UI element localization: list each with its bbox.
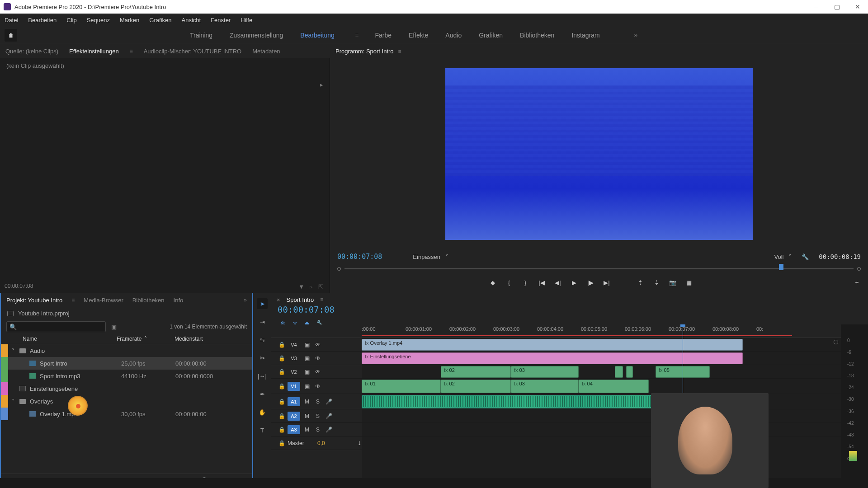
zoom-dropdown[interactable]: Voll ˅ [774, 253, 792, 260]
clip[interactable]: fx 02 [441, 380, 511, 393]
go-to-out-button[interactable]: ▶| [603, 278, 611, 286]
comparison-view-button[interactable]: ▦ [685, 278, 693, 286]
lock-icon[interactable]: 🔒 [278, 440, 285, 446]
project-search-input[interactable]: 🔍 [6, 321, 106, 332]
project-item-list[interactable]: ˅AudioSport Intro25,00 fps00:00:00:00Spo… [1, 344, 252, 474]
tab-projekt[interactable]: Projekt: Youtube Intro [6, 297, 62, 304]
add-marker-button[interactable]: ◆ [489, 278, 497, 286]
filter-bins-icon[interactable]: ▣ [111, 324, 117, 330]
track-a2-lane[interactable] [362, 409, 841, 423]
project-tab-menu-icon[interactable]: ≡ [71, 297, 75, 303]
mark-out-button[interactable]: } [521, 278, 529, 286]
timeline-timecode[interactable]: 00:00:07:08 [278, 305, 335, 314]
menu-marken[interactable]: Marken [119, 15, 140, 25]
fit-dropdown[interactable]: Einpassen ˅ [413, 253, 448, 260]
timeline-tracks-area[interactable]: :00:0000:00:01:0000:00:02:0000:00:03:000… [362, 324, 841, 479]
scrub-playhead[interactable] [779, 264, 783, 270]
menu-datei[interactable]: Datei [4, 15, 19, 25]
track-header-v3[interactable]: 🔒V3▣👁 [271, 352, 362, 365]
export-frame-button[interactable]: 📷 [669, 278, 677, 286]
timeline-menu-icon[interactable]: ≡ [320, 296, 323, 303]
clip[interactable] [362, 395, 687, 408]
razor-tool[interactable]: ✂ [257, 352, 268, 363]
menu-clip[interactable]: Clip [66, 15, 77, 25]
step-back-button[interactable]: ◀| [554, 278, 562, 286]
slip-tool[interactable]: |↔| [257, 371, 268, 381]
project-overflow-icon[interactable]: » [244, 297, 247, 303]
clip[interactable]: fx 03 [511, 366, 579, 378]
col-name[interactable]: Name [23, 336, 113, 342]
tab-info[interactable]: Info [174, 297, 184, 304]
sequence-tab[interactable]: Sport Intro [287, 296, 314, 303]
track-select-tool[interactable]: ⇥ [257, 316, 268, 327]
menu-ansicht[interactable]: Ansicht [180, 15, 202, 25]
extract-button[interactable]: ⇣ [652, 278, 660, 286]
project-item[interactable]: Sport Intro25,00 fps00:00:00:00 [1, 357, 252, 370]
clip[interactable]: fx Einstellungsebene [362, 352, 743, 364]
tab-audioclip-mischer[interactable]: Audioclip-Mischer: YOUTUBE INTRO [144, 48, 241, 55]
timeline-ruler[interactable]: :00:0000:00:01:0000:00:02:0000:00:03:000… [362, 324, 841, 338]
col-framerate[interactable]: Framerate ˄ [117, 336, 171, 342]
workspace-zusammenstellung[interactable]: Zusammenstellung [229, 29, 284, 42]
col-medienstart[interactable]: Medienstart [175, 336, 229, 342]
clip[interactable] [626, 366, 633, 378]
program-timecode-left[interactable]: 00:00:07:08 [337, 253, 382, 261]
tab-bibliotheken[interactable]: Bibliotheken [132, 297, 165, 304]
workspace-overflow-icon[interactable]: » [634, 32, 637, 38]
menu-grafiken[interactable]: Grafiken [148, 15, 172, 25]
clip[interactable]: fx Overlay 1.mp4 [362, 339, 743, 351]
tab-metadaten[interactable]: Metadaten [252, 48, 280, 55]
hand-tool[interactable]: ✋ [257, 407, 268, 418]
play-only-icon[interactable]: ▹ [310, 283, 313, 290]
maximize-button[interactable]: ▢ [826, 0, 847, 14]
button-editor[interactable]: ＋ [853, 278, 861, 286]
mark-in-button[interactable]: { [505, 278, 513, 286]
program-video-area[interactable] [330, 58, 868, 249]
workspace-grafiken[interactable]: Grafiken [478, 29, 504, 42]
selection-tool[interactable]: ➤ [257, 298, 268, 309]
menu-bearbeiten[interactable]: Bearbeiten [27, 15, 57, 25]
lift-button[interactable]: ⇡ [636, 278, 644, 286]
close-button[interactable]: ✕ [847, 0, 868, 14]
home-button[interactable] [5, 29, 17, 42]
type-tool[interactable]: T [257, 425, 268, 436]
clip[interactable] [615, 366, 623, 378]
clip[interactable]: fx 03 [511, 380, 579, 393]
master-value[interactable]: 0,0 [317, 440, 325, 446]
track-header-v4[interactable]: 🔒V4▣👁 [271, 338, 362, 352]
master-output-icon[interactable]: ⤓ [357, 440, 362, 446]
project-item[interactable]: Einstellungsebene [1, 382, 252, 395]
workspace-instagram[interactable]: Instagram [571, 29, 600, 42]
wrench-icon[interactable]: 🔧 [802, 253, 809, 260]
project-item[interactable]: Overlay 1.mp430,00 fps00:00:00:00 [1, 408, 252, 420]
play-button[interactable]: ▶ [570, 278, 578, 286]
program-scrubber[interactable] [337, 264, 861, 274]
project-item[interactable]: ˅Audio [1, 344, 252, 357]
workspace-bibliotheken[interactable]: Bibliotheken [519, 29, 555, 42]
project-item[interactable]: ˅Overlays [1, 395, 252, 408]
project-item[interactable]: Sport Intro.mp344100 Hz00:00:00:0000 [1, 370, 252, 382]
menu-fenster[interactable]: Fenster [210, 15, 231, 25]
close-sequence-icon[interactable]: × [277, 296, 280, 303]
workspace-audio[interactable]: Audio [444, 29, 462, 42]
clip[interactable]: fx 02 [441, 366, 511, 378]
ripple-edit-tool[interactable]: ⇆ [257, 334, 268, 345]
tab-effekteinstellungen[interactable]: Effekteinstellungen [69, 48, 119, 55]
export-frame-icon[interactable]: ⇱ [318, 283, 323, 290]
track-a3-lane[interactable] [362, 423, 841, 436]
track-header-v1[interactable]: 🔒V1▣👁 [271, 379, 362, 394]
filter-icon[interactable]: ▼ [298, 283, 304, 290]
panel-menu-icon[interactable]: ≡ [130, 48, 133, 54]
minimize-button[interactable]: ─ [806, 0, 826, 14]
step-forward-button[interactable]: |▶ [586, 278, 594, 286]
track-header-a1[interactable]: 🔒A1MS🎤 [271, 394, 362, 409]
tab-media-browser[interactable]: Media-Browser [84, 297, 123, 304]
workspace-effekte[interactable]: Effekte [408, 29, 429, 42]
track-v2-lane[interactable] [362, 365, 841, 379]
clip[interactable]: fx 04 [579, 380, 649, 393]
workspace-farbe[interactable]: Farbe [374, 29, 392, 42]
workspace-menu-icon[interactable]: ≡ [355, 32, 359, 38]
clip[interactable]: fx 01 [362, 380, 441, 393]
tab-quelle[interactable]: Quelle: (keine Clips) [5, 48, 58, 55]
workspace-bearbeitung[interactable]: Bearbeitung [299, 29, 335, 42]
